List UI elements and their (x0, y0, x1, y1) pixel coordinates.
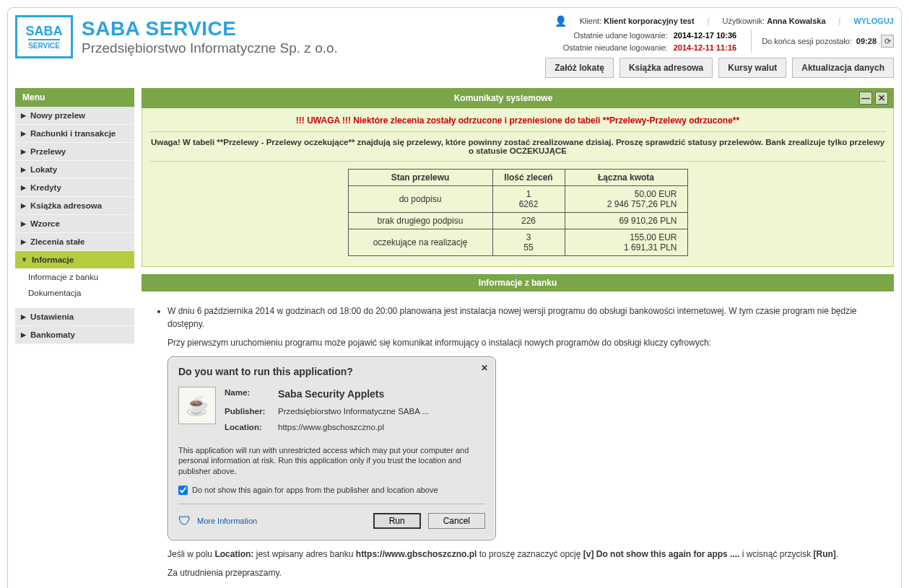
logo-icon: SABA SERVICE (15, 15, 73, 58)
alert-rejected: !!! UWAGA !!! Niektóre zlecenia zostały … (149, 113, 886, 132)
user-value: Anna Kowalska (767, 17, 825, 25)
menu-address-book[interactable]: ▶Książka adresowa (15, 197, 134, 215)
do-not-show-label: Do not show this again for apps from the… (192, 484, 438, 496)
refresh-session-button[interactable]: ⟳ (881, 35, 894, 48)
close-button[interactable]: ✕ (875, 92, 888, 105)
menu-deposits[interactable]: ▶Lokaty (15, 161, 134, 179)
apology-text: Za utrudnienia przepraszamy. (168, 566, 882, 579)
brand-subtitle: Przedsiębiorstwo Informatyczne Sp. z o.o… (82, 40, 338, 56)
client-label: Klient: (580, 17, 602, 25)
menu-credits[interactable]: ▶Kredyty (15, 179, 134, 197)
dlg-warning-text: This application will run with unrestric… (178, 445, 485, 478)
client-icon: 👤 (554, 15, 567, 27)
chevron-right-icon: ▶ (21, 238, 26, 245)
menu-atms[interactable]: ▶Bankomaty (15, 326, 134, 344)
chevron-right-icon: ▶ (21, 148, 26, 155)
last-fail-label: Ostatnie nieudane logowanie: (563, 42, 668, 54)
submenu-documentation[interactable]: Dokumentacja (15, 285, 134, 301)
table-row: brak drugiego podpisu 226 69 910,26 PLN (348, 213, 687, 229)
dialog-close-button[interactable]: ✕ (481, 361, 488, 374)
menu-title: Menu (15, 88, 134, 107)
menu-new-transfer[interactable]: ▶Nowy przelew (15, 107, 134, 125)
menu-templates[interactable]: ▶Wzorce (15, 215, 134, 233)
table-row: oczekujące na realizację 355 155,00 EUR1… (348, 229, 687, 256)
last-ok-value: 2014-12-17 10:36 (674, 30, 736, 42)
update-data-button[interactable]: Aktualizacja danych (792, 58, 894, 78)
submenu-bank-info[interactable]: Informacje z banku (15, 269, 134, 285)
table-row: do podpisu 16262 50,00 EUR2 946 757,26 P… (348, 186, 687, 213)
header: SABA SERVICE SABA SERVICE Przedsiębiorst… (15, 15, 894, 82)
more-information-link[interactable]: 🛡 More Information (178, 512, 257, 531)
bank-info-item: W dniu 6 października 2014 w godzinach o… (168, 304, 882, 579)
menu-standing-orders[interactable]: ▶Zlecenia stałe (15, 233, 134, 251)
do-not-show-checkbox[interactable] (178, 486, 188, 495)
java-icon: ☕ (178, 387, 216, 424)
last-ok-label: Ostatnie udane logowanie: (573, 30, 667, 42)
brand-title: SABA SERVICE (82, 17, 338, 40)
logo-area: SABA SERVICE SABA SERVICE Przedsiębiorst… (15, 15, 338, 58)
session-value: 09:28 (856, 37, 877, 45)
menu-settings[interactable]: ▶Ustawienia (15, 308, 134, 326)
client-value: Klient korporacyjny test (604, 17, 694, 25)
session-label: Do końca sesji pozostało: (762, 37, 852, 45)
chevron-right-icon: ▶ (21, 130, 26, 137)
exchange-rates-button[interactable]: Kursy walut (718, 58, 786, 78)
alert-pending: Uwaga! W tabeli **Przelewy - Przelewy oc… (149, 135, 886, 162)
instruction-text: Jeśli w polu Location: jest wpisany adre… (168, 548, 882, 561)
chevron-right-icon: ▶ (21, 184, 26, 191)
toolbar: Załóż lokatę Książka adresowa Kursy walu… (545, 58, 894, 78)
menu-accounts[interactable]: ▶Rachunki i transakcje (15, 125, 134, 143)
chevron-right-icon: ▶ (21, 112, 26, 119)
system-messages-header: Komunikaty systemowe — ✕ (142, 88, 894, 108)
sidebar: Menu ▶Nowy przelew ▶Rachunki i transakcj… (15, 88, 134, 588)
dlg-publisher-label: Publisher: (225, 405, 268, 418)
user-label: Użytkownik: (722, 17, 765, 25)
last-fail-value: 2014-12-11 11:16 (674, 42, 736, 54)
chevron-right-icon: ▶ (21, 313, 26, 320)
java-security-dialog: ✕ Do you want to run this application? ☕… (168, 356, 496, 540)
dlg-publisher-value: Przedsiębiorstwo Informatyczne SABA ... (278, 405, 429, 418)
chevron-right-icon: ▶ (21, 331, 26, 338)
minimize-button[interactable]: — (859, 92, 872, 105)
col-count: Ilość zleceń (492, 170, 565, 186)
dlg-location-value: https://www.gbschoszczno.pl (278, 421, 384, 434)
chevron-right-icon: ▶ (21, 220, 26, 227)
shield-icon: 🛡 (178, 512, 191, 531)
transfer-status-table: Stan przelewu Ilość zleceń Łączna kwota … (348, 169, 688, 256)
col-status: Stan przelewu (348, 170, 492, 186)
menu-transfers[interactable]: ▶Przelewy (15, 143, 134, 161)
dialog-title: Do you want to run this application? (178, 364, 485, 379)
bank-info-header: Informacje z banku (142, 274, 894, 291)
menu-information[interactable]: ▼Informacje (15, 251, 134, 269)
dlg-name-label: Name: (225, 387, 268, 402)
chevron-down-icon: ▼ (21, 256, 27, 263)
run-button[interactable]: Run (373, 513, 421, 529)
dlg-location-label: Location: (225, 421, 268, 434)
col-amount: Łączna kwota (565, 170, 687, 186)
new-deposit-button[interactable]: Załóż lokatę (545, 58, 614, 78)
cancel-button[interactable]: Cancel (428, 513, 485, 529)
address-book-button[interactable]: Książka adresowa (619, 58, 713, 78)
chevron-right-icon: ▶ (21, 202, 26, 209)
dlg-name-value: Saba Security Applets (278, 387, 384, 402)
logout-link[interactable]: WYLOGUJ (853, 17, 894, 25)
chevron-right-icon: ▶ (21, 166, 26, 173)
